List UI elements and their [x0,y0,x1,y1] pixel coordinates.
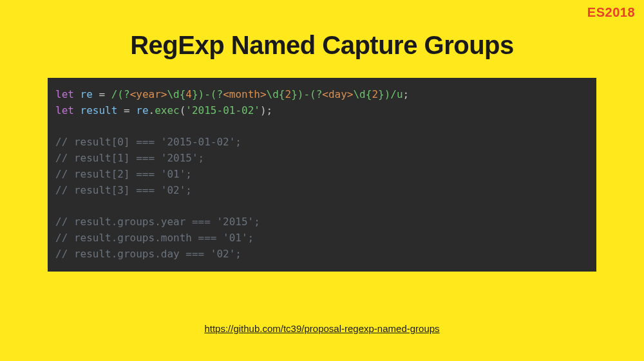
code-token: 2 [285,88,291,100]
code-token: re [136,104,148,116]
code-token: ( [180,104,186,116]
code-token: \d{ [167,88,185,100]
code-token: })-(? [192,88,223,100]
code-comment: // result[1] === '2015'; [55,152,204,164]
code-token: re [80,88,93,100]
code-block: let re = /(?<year>\d{4})-(?<month>\d{2})… [48,78,596,272]
code-comment: // result.groups.day === '02'; [55,248,242,260]
code-token: result [80,104,118,116]
code-token: exec [155,104,180,116]
code-token: <month> [223,88,266,100]
code-token: <day> [322,88,353,100]
es-version-badge: ES2018 [587,5,635,20]
slide-title: RegExp Named Capture Groups [0,31,644,60]
code-comment: // result.groups.year === '2015'; [55,216,260,228]
code-token: <year> [130,88,167,100]
code-token: })-(? [291,88,322,100]
code-token: let [55,104,74,116]
code-token: \d{ [267,88,285,100]
code-token: . [149,104,155,116]
code-token: let [55,88,74,100]
code-comment: // result.groups.month === '01'; [55,232,254,244]
code-token: = [117,104,136,116]
code-token: /(? [111,88,130,100]
code-comment: // result[2] === '01'; [55,168,192,180]
code-comment: // result[3] === '02'; [55,184,192,196]
code-token: ; [403,88,410,100]
code-comment: // result[0] === '2015-01-02'; [55,136,242,148]
code-token: })/u [378,88,403,100]
code-token: ; [267,104,273,116]
code-token: 2 [372,88,378,100]
code-token: ) [260,104,267,116]
code-token: 4 [185,88,192,100]
code-token: '2015-01-02' [185,104,260,116]
code-token: = [93,88,111,100]
code-token: \d{ [353,88,372,100]
proposal-link[interactable]: https://github.com/tc39/proposal-regexp-… [0,323,644,334]
